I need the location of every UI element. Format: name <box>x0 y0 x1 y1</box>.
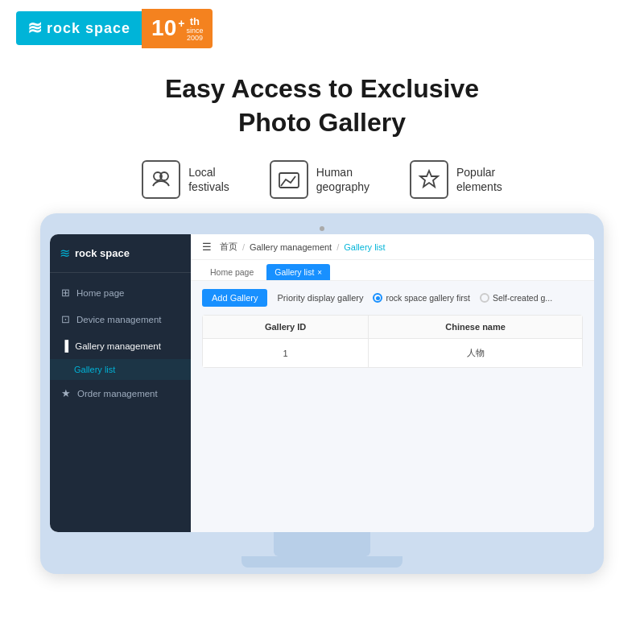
action-bar: Add Gallery Priority display gallery roc… <box>202 289 583 307</box>
sidebar: ≋ rock space ⊞ Home page ⊡ Device manage… <box>50 234 191 532</box>
feature-popular-elements: Popularelements <box>410 160 502 199</box>
feature-human-geography: Humangeography <box>270 160 369 199</box>
tab-home-label: Home page <box>210 267 254 277</box>
radio-rockspace-icon <box>373 293 382 303</box>
sidebar-logo-icon: ≋ <box>60 246 70 261</box>
sidebar-item-gallery-list[interactable]: Gallery list <box>50 359 191 380</box>
app-ui: ≋ rock space ⊞ Home page ⊡ Device manage… <box>50 234 594 532</box>
features-row: Localfestivals Humangeography Popularele… <box>0 152 644 213</box>
sidebar-item-device-label: Device management <box>76 315 161 324</box>
radio-rockspace-first[interactable]: rock space gallery first <box>373 293 469 303</box>
sidebar-item-gallery-list-label: Gallery list <box>74 365 115 374</box>
main-content: ☰ 首页 / Gallery management / Gallery list… <box>191 234 594 532</box>
sidebar-logo: ≋ rock space <box>50 234 191 273</box>
radio-group: rock space gallery first Self-created g.… <box>373 293 552 303</box>
monitor-base <box>242 556 402 568</box>
home-icon: ⊞ <box>61 287 70 299</box>
gallery-mgmt-icon: ▐ <box>61 340 68 352</box>
sidebar-item-home-label: Home page <box>76 288 124 298</box>
main-heading: Easy Access to Exclusive Photo Gallery <box>0 56 644 152</box>
data-table: Gallery ID Chinese name 1 人物 <box>202 315 583 368</box>
content-area: Add Gallery Priority display gallery roc… <box>191 281 594 532</box>
years-th: th <box>190 15 200 27</box>
monitor: ≋ rock space ⊞ Home page ⊡ Device manage… <box>40 213 604 574</box>
years-text: th since 2009 <box>186 15 203 42</box>
radio-self-created[interactable]: Self-created g... <box>480 293 552 303</box>
years-2009: 2009 <box>187 35 203 42</box>
cell-chinese-name: 人物 <box>369 339 583 368</box>
radio-selfcreated-icon <box>480 293 489 303</box>
col-chinese-name: Chinese name <box>369 316 583 339</box>
sidebar-item-home[interactable]: ⊞ Home page <box>50 279 191 306</box>
order-icon: ★ <box>61 387 71 399</box>
tab-gallery-list-label: Gallery list <box>275 267 314 277</box>
tabs-bar: Home page Gallery list × <box>191 260 594 281</box>
radio-selfcreated-label: Self-created g... <box>493 293 552 303</box>
breadcrumb-sep-1: / <box>242 242 245 252</box>
breadcrumb-sep-2: / <box>336 242 339 252</box>
sidebar-item-order-label: Order management <box>77 389 158 398</box>
monitor-wrapper: ≋ rock space ⊞ Home page ⊡ Device manage… <box>0 213 644 574</box>
col-gallery-id: Gallery ID <box>203 316 369 339</box>
logo-area: ≋ rock space 10 + th since 2009 <box>16 9 213 48</box>
human-geography-label: Humangeography <box>316 165 369 194</box>
add-gallery-button[interactable]: Add Gallery <box>202 289 267 307</box>
breadcrumb-gallery-list[interactable]: Gallery list <box>344 242 385 252</box>
breadcrumb-home[interactable]: 首页 <box>220 241 237 253</box>
years-plus: + <box>178 17 184 30</box>
human-geography-icon <box>270 160 308 199</box>
breadcrumb-gallery-mgmt[interactable]: Gallery management <box>250 242 332 252</box>
monitor-stand <box>274 532 370 556</box>
popular-elements-icon <box>410 160 448 199</box>
years-number: 10 <box>151 17 176 39</box>
monitor-screen: ≋ rock space ⊞ Home page ⊡ Device manage… <box>50 234 594 532</box>
sidebar-nav: ⊞ Home page ⊡ Device management ▐ Galler… <box>50 273 191 413</box>
sidebar-item-gallery-management[interactable]: ▐ Gallery management <box>50 332 191 359</box>
cell-gallery-id: 1 <box>203 339 369 368</box>
topbar: ☰ 首页 / Gallery management / Gallery list <box>191 234 594 260</box>
feature-local-festivals: Localfestivals <box>142 160 229 199</box>
local-festivals-icon <box>142 160 180 199</box>
menu-icon[interactable]: ☰ <box>202 241 212 253</box>
rock-icon: ≋ <box>27 18 42 39</box>
top-banner: ≋ rock space 10 + th since 2009 <box>0 0 644 56</box>
table-row: 1 人物 <box>203 339 583 368</box>
tab-gallery-list[interactable]: Gallery list × <box>266 264 330 280</box>
sidebar-logo-text: rock space <box>75 247 130 259</box>
table-header-row: Gallery ID Chinese name <box>203 316 583 339</box>
rockspace-logo: ≋ rock space <box>16 11 142 45</box>
radio-rockspace-label: rock space gallery first <box>386 293 469 303</box>
svg-marker-3 <box>420 171 438 187</box>
rock-text: rock space <box>47 20 130 37</box>
tab-home[interactable]: Home page <box>202 264 262 280</box>
tab-close-icon[interactable]: × <box>317 268 322 277</box>
sidebar-item-order[interactable]: ★ Order management <box>50 380 191 407</box>
sidebar-item-gallery-label: Gallery management <box>75 341 161 351</box>
local-festivals-label: Localfestivals <box>188 165 229 194</box>
screen-dot <box>320 226 324 231</box>
popular-elements-label: Popularelements <box>456 165 502 194</box>
page-title: Easy Access to Exclusive Photo Gallery <box>0 72 644 139</box>
years-badge: 10 + th since 2009 <box>142 9 213 48</box>
device-icon: ⊡ <box>61 313 70 325</box>
priority-label: Priority display gallery <box>277 293 363 303</box>
sidebar-item-device[interactable]: ⊡ Device management <box>50 306 191 332</box>
